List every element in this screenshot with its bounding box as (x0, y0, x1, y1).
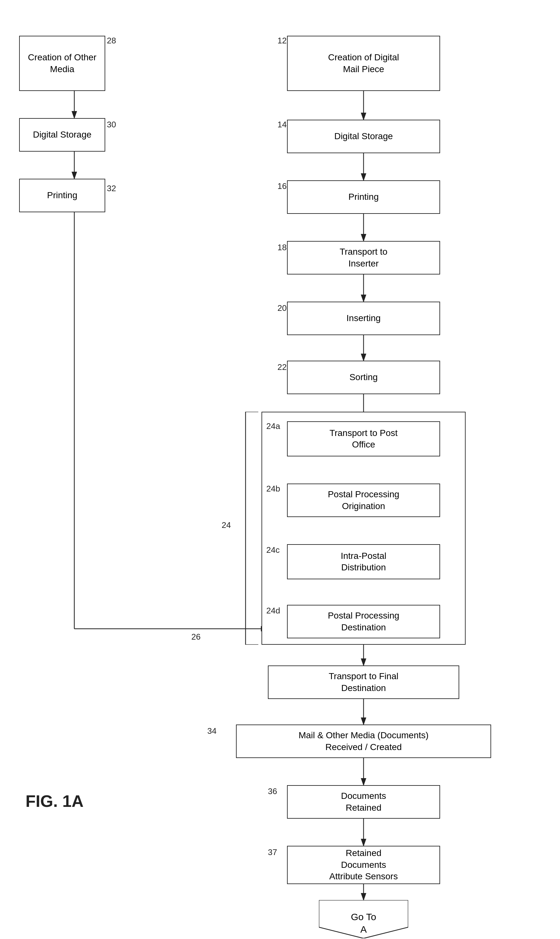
creation-digital-mail-box: Creation of DigitalMail Piece (287, 36, 440, 91)
printing-right-box: Printing (287, 180, 440, 214)
ref-24b: 24b (266, 484, 280, 494)
go-to-pentagon: Go ToA (319, 900, 408, 938)
ref-14: 14 (277, 120, 287, 130)
digital-storage-left-label: Digital Storage (33, 129, 92, 140)
retained-docs-sensors-label: RetainedDocumentsAttribute Sensors (329, 847, 398, 882)
printing-right-label: Printing (349, 191, 379, 203)
ref-18: 18 (277, 242, 287, 253)
ref-20: 20 (277, 303, 287, 313)
postal-processing-dest-label: Postal ProcessingDestination (328, 610, 399, 633)
ref-36: 36 (268, 786, 277, 796)
printing-left-box: Printing (19, 179, 105, 212)
transport-inserter-label: Transport toInserter (340, 246, 388, 269)
documents-retained-label: DocumentsRetained (341, 790, 386, 814)
creation-other-media-box: Creation of OtherMedia (19, 36, 105, 91)
digital-storage-left-box: Digital Storage (19, 118, 105, 152)
retained-docs-sensors-box: RetainedDocumentsAttribute Sensors (287, 846, 440, 884)
creation-digital-mail-label: Creation of DigitalMail Piece (328, 52, 399, 75)
ref-37: 37 (268, 847, 277, 857)
ref-32: 32 (107, 183, 116, 193)
digital-storage-right-box: Digital Storage (287, 120, 440, 153)
intra-postal-box: Intra-PostalDistribution (287, 544, 440, 579)
printing-left-label: Printing (47, 190, 77, 201)
diagram-container: 28 Creation of OtherMedia 30 Digital Sto… (0, 0, 560, 939)
postal-processing-orig-box: Postal ProcessingOrigination (287, 484, 440, 517)
transport-post-office-box: Transport to PostOffice (287, 421, 440, 456)
ref-12: 12 (277, 36, 287, 46)
transport-inserter-box: Transport toInserter (287, 241, 440, 274)
figure-label: FIG. 1A (26, 791, 83, 811)
postal-processing-orig-label: Postal ProcessingOrigination (328, 489, 399, 512)
ref-24c: 24c (266, 545, 280, 555)
ref-24: 24 (222, 520, 231, 530)
ref-22: 22 (277, 362, 287, 372)
ref-16: 16 (277, 181, 287, 191)
ref-30: 30 (107, 120, 116, 130)
ref-24d: 24d (266, 606, 280, 616)
digital-storage-right-label: Digital Storage (334, 131, 393, 142)
transport-final-label: Transport to FinalDestination (329, 671, 398, 694)
ref-28: 28 (107, 36, 116, 46)
bracket-svg (229, 412, 262, 645)
sorting-label: Sorting (349, 372, 378, 383)
transport-final-box: Transport to FinalDestination (268, 666, 459, 699)
go-to-label: Go ToA (351, 898, 376, 936)
inserting-label: Inserting (346, 313, 380, 324)
ref-26: 26 (191, 632, 201, 642)
mail-other-media-label: Mail & Other Media (Documents)Received /… (298, 729, 429, 753)
inserting-box: Inserting (287, 302, 440, 335)
ref-34: 34 (207, 726, 217, 736)
ref-24a: 24a (266, 421, 280, 431)
mail-other-media-box: Mail & Other Media (Documents)Received /… (236, 725, 491, 758)
intra-postal-label: Intra-PostalDistribution (341, 550, 386, 574)
transport-post-office-label: Transport to PostOffice (329, 427, 398, 451)
creation-other-media-label: Creation of OtherMedia (28, 52, 97, 75)
sorting-box: Sorting (287, 361, 440, 394)
postal-processing-dest-box: Postal ProcessingDestination (287, 605, 440, 638)
documents-retained-box: DocumentsRetained (287, 785, 440, 819)
